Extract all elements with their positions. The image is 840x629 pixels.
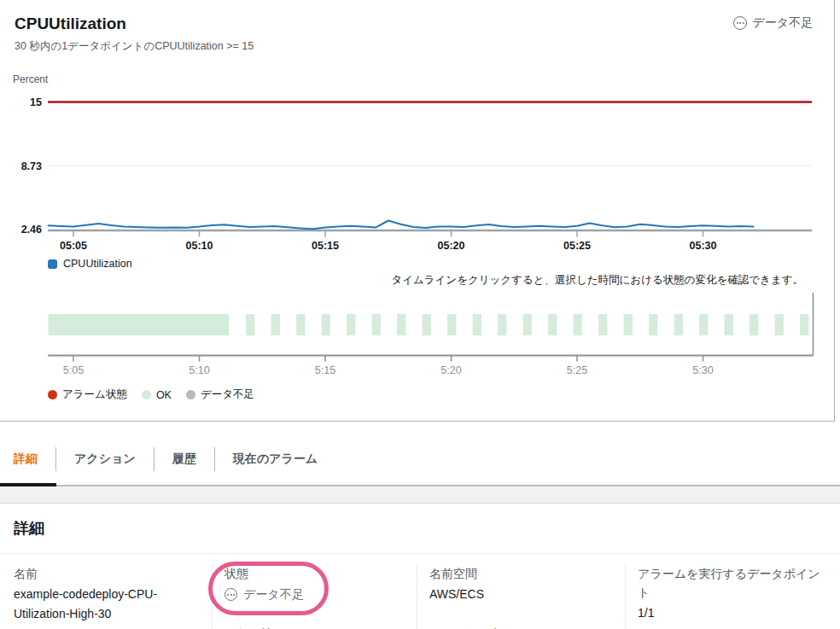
ok-state-pulse[interactable] [725,314,733,335]
active-tab-underline [0,483,56,486]
ok-state-pulse[interactable] [624,314,633,335]
cpuutilization-series-line [49,221,754,230]
cpuutilization-chart[interactable]: 158.732.4605:0505:1005:1505:2005:2505:30 [1,86,820,253]
alarm-state-label: データ不足 [752,15,813,31]
y-tick-label: 15 [30,96,42,108]
timeline-tick-label: 5:15 [315,364,335,376]
ok-state-pulse[interactable] [372,314,381,335]
tab-history[interactable]: 履歴 [172,451,196,467]
field-label-metricname-partial: メトリクス名 [429,624,502,629]
x-tick-label: 05:25 [563,240,591,252]
tab-separator [154,447,155,471]
detail-field-name: 名前 example-codedeploy-CPU-Utilization-Hi… [14,564,198,629]
tab-bar: 詳細 アクション 履歴 現在のアラーム [0,435,840,483]
x-tick-label: 05:30 [690,240,717,252]
ok-state-pulse[interactable] [296,314,305,335]
tab-separator [214,447,215,471]
details-heading: 詳細 [14,518,44,539]
insufficient-legend-label: データ不足 [201,387,254,402]
ok-state-pulse[interactable] [322,314,330,335]
alarm-state-badge: データ不足 [733,15,813,31]
status-annotation-highlight [208,562,329,615]
x-tick-label: 05:10 [186,240,213,252]
ok-state-pulse[interactable] [246,314,254,335]
tab-current-alarms[interactable]: 現在のアラーム [233,451,318,467]
details-divider [0,553,840,554]
field-value-namespace: AWS/ECS [429,585,605,604]
legend-item-alarm: アラーム状態 [48,387,127,402]
legend-item-insufficient: データ不足 [186,387,254,402]
y-tick-label: 8.73 [21,160,42,172]
detail-field-datapoints: アラームを実行するデータポイント 1/1 [625,564,828,629]
alarm-state-marker [48,390,57,399]
timeline-tick-label: 5:05 [63,364,84,376]
ok-state-pulse[interactable] [397,314,405,335]
tab-separator [55,447,56,471]
ok-legend-label: OK [156,389,172,401]
ok-state-pulse[interactable] [750,314,758,335]
ok-state-pulse[interactable] [498,314,506,335]
ok-state-pulse[interactable] [674,314,683,335]
timeline-tick-label: 5:20 [440,364,461,376]
x-tick-label: 05:20 [438,240,465,252]
detail-field-namespace: 名前空間 AWS/ECS [417,564,625,629]
insufficient-data-icon [733,16,747,30]
x-tick-label: 05:05 [60,240,87,252]
y-axis-unit-label: Percent [13,73,48,85]
metric-legend: CPUUtilization [48,258,132,270]
alarm-title: CPUUtilization [15,15,126,33]
timeline-tick-label: 5:10 [189,364,209,376]
ok-state-pulse[interactable] [649,314,657,335]
ok-state-pulse[interactable] [473,314,481,335]
details-panel: 詳細 名前 example-codedeploy-CPU-Utilization… [0,503,840,629]
ok-state-pulse[interactable] [800,314,808,335]
ok-state-pulse[interactable] [271,314,280,335]
ok-state-pulse[interactable] [523,314,532,335]
ok-state-pulse[interactable] [548,314,557,335]
alarm-chart-card: CPUUtilization 30 秒内の1データポイントのCPUUtiliza… [0,0,835,422]
insufficient-state-marker [186,390,195,399]
field-label-namespace: 名前空間 [429,564,625,583]
alarm-condition-text: 30 秒内の1データポイントのCPUUtilization >= 15 [15,39,254,54]
timeline-tick-label: 5:30 [692,364,713,376]
alarm-state-legend-label: アラーム状態 [62,387,127,402]
ok-state-segment[interactable] [49,314,230,335]
ok-state-marker [142,390,151,399]
state-timeline-area[interactable]: 5:055:105:155:205:255:30 [1,289,820,378]
timeline-tick-label: 5:25 [567,364,587,376]
metric-chart-area[interactable]: 158.732.4605:0505:1005:1505:2005:2505:30 [1,86,820,253]
field-label-name: 名前 [14,564,198,583]
ok-state-pulse[interactable] [574,314,582,335]
cpuutilization-legend-label: CPUUtilization [63,258,132,270]
legend-item-ok: OK [142,389,172,401]
field-label-datapoints: アラームを実行するデータポイント [638,564,828,602]
x-tick-label: 05:15 [312,240,339,252]
ok-state-pulse[interactable] [423,314,431,335]
timeline-legend: アラーム状態 OK データ不足 [48,387,263,402]
ok-state-pulse[interactable] [347,314,355,335]
cpuutilization-legend-marker [48,259,57,269]
ok-state-pulse[interactable] [598,314,607,335]
ok-state-pulse[interactable] [775,314,784,335]
field-value-name: example-codedeploy-CPU-Utilization-High-… [14,585,190,624]
alarm-state-timeline[interactable]: 5:055:105:155:205:255:30 [1,289,820,378]
field-label-threshold-partial: しきい値 [224,624,272,629]
tab-actions[interactable]: アクション [74,451,136,467]
y-tick-label: 2.46 [21,224,42,236]
tab-details[interactable]: 詳細 [14,451,38,467]
section-gap [0,486,840,503]
field-value-datapoints: 1/1 [638,603,814,623]
ok-state-pulse[interactable] [699,314,708,335]
ok-state-pulse[interactable] [447,314,456,335]
timeline-hint-text: タイムラインをクリックすると、選択した時間における状態の変化を確認できます。 [391,273,803,288]
